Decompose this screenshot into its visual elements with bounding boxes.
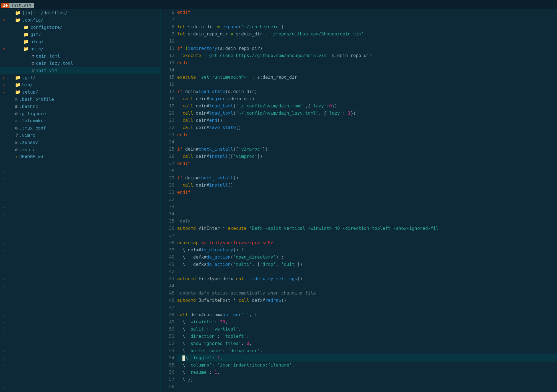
code-line[interactable]: execute 'set runtimepath^=' . s:dein_rep… xyxy=(177,74,557,81)
code-line[interactable]: call dein#load_toml('~/.config/nvim/dein… xyxy=(177,110,557,117)
code-line[interactable]: let s:dein_repo_dir = s:dein_dir . '/rep… xyxy=(177,30,557,38)
file-tree-sidebar[interactable]: ▶📁[in]: ~/dotfiles/▼📁.config/▶📁configsto… xyxy=(0,9,161,392)
code-line[interactable]: if dein#check_install(['vimproc']) xyxy=(177,146,557,153)
tree-item[interactable]: ▼📁.config/ xyxy=(0,17,160,24)
tree-item[interactable]: ▶V.vimrc xyxy=(0,132,160,139)
code-line[interactable]: call dein#begin(s:dein_dir) xyxy=(177,95,557,102)
code-line[interactable]: if dein#load_state(s:dein_dir) xyxy=(177,88,557,95)
code-line[interactable]: autocmd VimEnter * execute 'Defx -split=… xyxy=(177,225,557,232)
code-line[interactable]: execute '!git clone https://github.com/S… xyxy=(177,52,557,59)
code-line[interactable] xyxy=(177,383,557,390)
code-line[interactable] xyxy=(177,81,557,88)
code-line[interactable]: \ }) xyxy=(177,376,557,383)
code-line[interactable] xyxy=(177,16,557,23)
code-line[interactable]: endif xyxy=(177,9,557,16)
chevron-right-icon[interactable]: ▶ xyxy=(3,74,7,81)
tree-item-label: git/ xyxy=(30,31,41,38)
tree-item[interactable]: ▶📁[in]: ~/dotfiles/ xyxy=(0,9,160,17)
code-line[interactable]: call dein#install(['vimproc']) xyxy=(177,153,557,160)
code-line[interactable]: \ 'columns': 'icon:indent:icons:filename… xyxy=(177,362,557,369)
chevron-down-icon[interactable]: ▼ xyxy=(3,17,7,24)
chevron-right-icon[interactable]: ▶ xyxy=(3,81,7,89)
code-line[interactable] xyxy=(177,304,557,311)
code-line[interactable]: endif xyxy=(177,160,557,167)
code-line[interactable]: if dein#check_install() xyxy=(177,174,557,182)
code-line[interactable]: call dein#save_state() xyxy=(177,124,557,131)
code-line[interactable]: if !isdirectory(s:dein_repo_dir) xyxy=(177,45,557,52)
tree-item[interactable]: ▶Vinit.vim xyxy=(0,67,160,74)
tree-item[interactable]: ▶📁bin/ xyxy=(0,81,160,89)
tree-item[interactable]: ▶⚙.bashrc xyxy=(0,103,160,110)
chevron-right-icon[interactable]: ▶ xyxy=(3,89,7,96)
code-line[interactable]: call dein#end() xyxy=(177,117,557,124)
tree-item[interactable]: ▶📁setup/ xyxy=(0,89,160,96)
empty-line-tilde: ~ xyxy=(0,362,160,369)
tab-filename[interactable]: init.vim xyxy=(9,3,34,8)
tab-bar: 2+ init.vim xyxy=(0,2,557,9)
tree-item[interactable]: ▶≡.zshenv xyxy=(0,139,160,146)
code-line[interactable] xyxy=(177,196,557,203)
code-line[interactable]: "update defx status automatically when c… xyxy=(177,290,557,297)
code-line[interactable] xyxy=(177,282,557,290)
code-line[interactable]: \ defx#is_directory() ? xyxy=(177,246,557,254)
code-line[interactable]: call dein#load_toml('~/.config/nvim/dein… xyxy=(177,102,557,110)
code-line[interactable]: autocmd FileType defx call s:defx_my_set… xyxy=(177,275,557,282)
code-line[interactable]: \ 'resume': 1, xyxy=(177,369,557,376)
code-line[interactable]: \ 'show_ignored_files': 0, xyxy=(177,340,557,347)
code-line[interactable]: \ 'toggle': 1, xyxy=(177,354,557,362)
tree-item[interactable]: ▶📁git/ xyxy=(0,31,160,38)
code-line[interactable]: \ 'winwidth': 30, xyxy=(177,318,557,326)
line-number: 13 xyxy=(161,59,174,66)
code-line[interactable]: \ 'direction': 'topleft', xyxy=(177,333,557,340)
code-line[interactable]: nnoremap <silent><buffer><expr> <CR> xyxy=(177,239,557,246)
tree-item[interactable]: ▼📁nvim/ xyxy=(0,45,160,53)
line-number: 32 xyxy=(161,196,174,203)
code-line[interactable]: \ defx#do_action('multi', ['drop', 'quit… xyxy=(177,261,557,268)
line-number: 23 xyxy=(161,131,174,138)
tree-item[interactable]: ▶📁configstore/ xyxy=(0,24,160,31)
code-area[interactable]: endiflet s:dein_dir = expand('~/.cache/d… xyxy=(177,9,557,392)
tree-item[interactable]: ▶⚙.gitignore xyxy=(0,110,160,117)
tree-item[interactable]: ▶📁htop/ xyxy=(0,38,160,45)
chevron-down-icon[interactable]: ▼ xyxy=(3,45,7,53)
code-line[interactable] xyxy=(177,167,557,174)
code-line[interactable]: \ defx#do_action('open_directory') : xyxy=(177,254,557,261)
code-line[interactable] xyxy=(177,66,557,74)
code-line[interactable]: autocmd BufWritePost * call defx#redraw(… xyxy=(177,297,557,304)
tree-item[interactable]: ▶⚙.tmux.conf xyxy=(0,125,160,132)
tree-item[interactable]: ▶⚙dein_lazy.toml xyxy=(0,60,160,67)
empty-line-tilde: ~ xyxy=(0,348,160,355)
tab-buffer-count-badge: 2+ xyxy=(1,3,9,8)
code-line[interactable]: endif xyxy=(177,189,557,196)
empty-line-tilde: ~ xyxy=(0,355,160,362)
code-line[interactable] xyxy=(177,138,557,146)
code-line[interactable]: endif xyxy=(177,131,557,138)
code-line[interactable]: let s:dein_dir = expand('~/.cache/dein') xyxy=(177,23,557,30)
code-line[interactable] xyxy=(177,210,557,218)
empty-line-tilde: ~ xyxy=(0,326,160,333)
code-line[interactable]: \ 'split': 'vertical', xyxy=(177,326,557,333)
code-line[interactable] xyxy=(177,268,557,275)
tree-item[interactable]: ▶⚙.zshrc xyxy=(0,146,160,153)
code-line[interactable] xyxy=(177,232,557,239)
line-number: 33 xyxy=(161,203,174,210)
empty-line-tilde: ~ xyxy=(0,341,160,348)
editor-pane[interactable]: 6789101112131415161718192021222324252627… xyxy=(161,9,557,392)
tree-item[interactable]: ▶≡.latexmkrc xyxy=(0,117,160,125)
folder-icon: 📁 xyxy=(23,24,29,31)
empty-line-tilde: ~ xyxy=(0,269,160,276)
code-line[interactable]: "defx xyxy=(177,218,557,225)
code-line[interactable] xyxy=(177,203,557,210)
tree-item[interactable]: ▶⇩README.md xyxy=(0,153,160,161)
code-line[interactable]: endif xyxy=(177,59,557,66)
tree-item-label: setup/ xyxy=(22,89,38,96)
tree-item[interactable]: ▶📁.git/ xyxy=(0,74,160,81)
code-line[interactable]: call dein#install() xyxy=(177,182,557,189)
line-number: 10 xyxy=(161,38,174,45)
tree-item[interactable]: ▶⚙dein.toml xyxy=(0,53,160,60)
code-line[interactable]: \ 'buffer_name': 'defxplorer', xyxy=(177,347,557,354)
line-number: 35 xyxy=(161,218,174,225)
code-line[interactable] xyxy=(177,38,557,45)
tree-item[interactable]: ▶≡.bash_profile xyxy=(0,96,160,103)
code-line[interactable]: call defx#custom#option('_', { xyxy=(177,311,557,318)
